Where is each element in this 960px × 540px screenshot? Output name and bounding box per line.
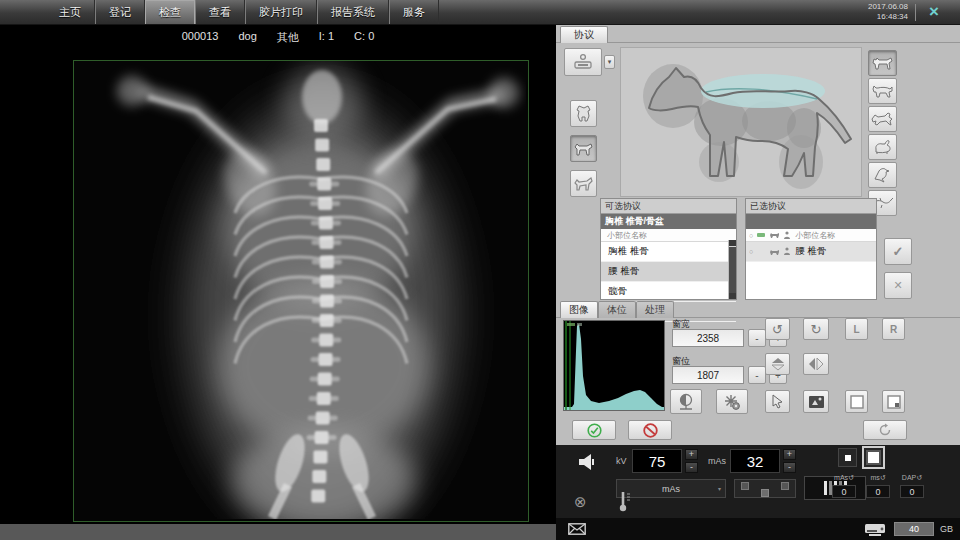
mas-minus-button[interactable]: - [783, 462, 796, 473]
reset-button[interactable] [863, 420, 907, 440]
accept-image-button[interactable] [572, 420, 616, 440]
control-panel: 协议 ▾ [556, 25, 960, 518]
tab-processing[interactable]: 处理 [636, 301, 674, 318]
tube-heat-thermometer-icon [618, 490, 632, 512]
protocol-group-header[interactable]: 胸椎 椎骨/骨盆 [601, 214, 736, 229]
contrast-button[interactable] [670, 389, 702, 414]
flip-horizontal-button[interactable] [803, 353, 829, 375]
confirm-protocol-button[interactable]: ✓ [884, 238, 912, 265]
box-corner-button[interactable] [882, 390, 905, 413]
scrollbar-up-arrow[interactable] [729, 240, 736, 246]
aec-chamber-right[interactable] [781, 482, 789, 490]
sparkle-gear-icon [723, 393, 741, 411]
view-lateral-button[interactable] [570, 135, 597, 162]
scrollbar-thumb[interactable] [729, 247, 736, 299]
close-icon[interactable]: × [922, 1, 946, 23]
flip-vertical-button[interactable] [765, 353, 790, 375]
window-width-minus-button[interactable]: - [748, 329, 766, 347]
focus-small-button[interactable] [838, 448, 857, 467]
reject-image-button[interactable] [628, 420, 672, 440]
c-count: C: 0 [354, 30, 374, 45]
chosen-protocol-row[interactable]: ○ 腰 椎骨 [746, 242, 876, 262]
marker-right-button[interactable]: R [882, 318, 905, 340]
cross-icon: ✕ [893, 279, 902, 292]
species-cat-button[interactable] [868, 78, 897, 104]
list-scrollbar[interactable] [728, 240, 736, 299]
histogram-panel[interactable] [563, 320, 665, 411]
dog-oblique-view-icon [573, 176, 594, 192]
anatomy-diagram-panel[interactable] [620, 47, 862, 197]
kv-value-field[interactable]: 75 [632, 449, 682, 473]
menu-home[interactable]: 主页 [46, 0, 95, 24]
window-width-field[interactable]: 2358 [672, 329, 744, 347]
species-rabbit-button[interactable] [868, 134, 897, 160]
storage-disk-icon [864, 522, 886, 537]
crop-box-button[interactable] [845, 390, 868, 413]
focus-large-button[interactable] [862, 446, 885, 469]
message-envelope-icon[interactable] [568, 523, 586, 535]
menu-film-print[interactable]: 胶片打印 [245, 0, 317, 24]
species-bird-button[interactable] [868, 162, 897, 188]
table-dropdown-arrow[interactable]: ▾ [604, 55, 615, 69]
tab-position[interactable]: 体位 [598, 301, 636, 318]
viewer-bottom-strip [0, 524, 556, 540]
titlebar-divider [915, 4, 916, 21]
menu-register[interactable]: 登记 [95, 0, 145, 24]
rabbit-icon [872, 139, 893, 155]
menu-view[interactable]: 查看 [195, 0, 245, 24]
window-level-field[interactable]: 1807 [672, 366, 744, 384]
white-box-icon [850, 395, 864, 409]
protocol-tabstrip: 协议 [556, 25, 960, 43]
menu-exam[interactable]: 检查 [145, 0, 195, 24]
aec-chamber-left[interactable] [741, 482, 749, 490]
datetime: 2017.06.08 16:48:34 [868, 2, 908, 22]
refresh-icon [878, 423, 892, 437]
table-select-button[interactable] [564, 48, 602, 76]
window-level-minus-button[interactable]: - [748, 366, 766, 384]
person-mini-icon [783, 231, 791, 240]
mas-value-field[interactable]: 32 [730, 449, 780, 473]
xray-radiograph-graphic [74, 61, 526, 519]
patient-id: 000013 [182, 30, 219, 45]
app-window: 主页 登记 检查 查看 胶片打印 报告系统 服务 2017.06.08 16:4… [0, 0, 960, 540]
tab-image[interactable]: 图像 [560, 301, 598, 318]
chosen-column-label: 小部位名称 [795, 230, 835, 241]
exposure-mode-select[interactable]: mAs ▾ [616, 479, 726, 498]
tab-protocol[interactable]: 协议 [560, 26, 608, 43]
main-menu: 主页 登记 检查 查看 胶片打印 报告系统 服务 [46, 0, 439, 24]
list-item[interactable]: 髋骨 [601, 282, 736, 302]
aec-chamber-center[interactable] [761, 489, 769, 497]
list-item[interactable]: 胸椎 椎骨 [601, 242, 736, 262]
marker-left-button[interactable]: L [845, 318, 868, 340]
rotate-ccw-icon: ↺ [772, 323, 783, 336]
send-image-button[interactable] [803, 390, 829, 413]
kv-minus-button[interactable]: - [685, 462, 698, 473]
scrollbar-down-arrow[interactable] [729, 293, 736, 299]
mode-dropdown-arrow-icon: ▾ [718, 485, 721, 492]
species-horse-button[interactable] [868, 106, 897, 132]
cat-icon [871, 83, 894, 99]
menu-report-system[interactable]: 报告系统 [317, 0, 389, 24]
view-front-button[interactable] [570, 100, 597, 127]
species-dog-button[interactable] [868, 50, 897, 76]
xray-table-icon [572, 53, 594, 71]
person-mini-icon [783, 247, 791, 256]
image-effects-button[interactable] [716, 389, 748, 414]
chosen-group-header [746, 214, 876, 229]
readout-dap-label: DAP↺ [900, 474, 924, 482]
view-oblique-button[interactable] [570, 170, 597, 197]
xray-image[interactable] [73, 60, 529, 522]
collimator-off-icon[interactable]: ⊗ [574, 493, 587, 511]
rotate-ccw-button[interactable]: ↺ [765, 318, 790, 340]
status-circle-icon: ○ [749, 232, 753, 239]
exposure-horn-icon [576, 451, 596, 473]
remove-protocol-button[interactable]: ✕ [884, 272, 912, 299]
top-menu-bar: 主页 登记 检查 查看 胶片打印 报告系统 服务 2017.06.08 16:4… [0, 0, 960, 25]
pointer-tool-button[interactable] [765, 390, 790, 413]
flip-vertical-icon [770, 357, 786, 371]
rotate-cw-button[interactable]: ↻ [803, 318, 829, 340]
list-item-selected[interactable]: 腰 椎骨 [601, 262, 736, 282]
menu-service[interactable]: 服务 [389, 0, 439, 24]
kv-plus-button[interactable]: + [685, 449, 698, 460]
mas-plus-button[interactable]: + [783, 449, 796, 460]
